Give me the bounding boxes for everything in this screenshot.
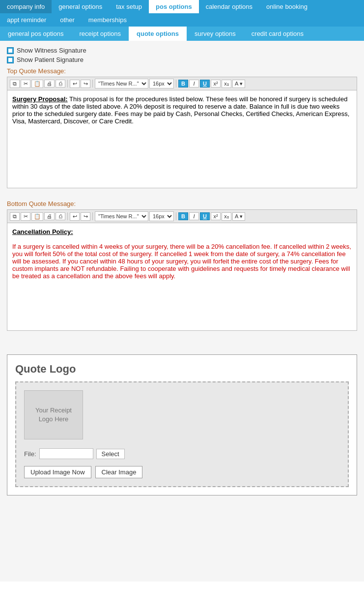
italic-btn-top[interactable]: I: [189, 80, 199, 87]
top-quote-label: Top Quote Message:: [7, 67, 357, 75]
top-nav-row-2: appt reminder other memberships: [0, 13, 364, 27]
nav-item-tax-setup[interactable]: tax setup: [109, 0, 149, 13]
top-quote-content: Surgery Proposal: This proposal is for t…: [12, 95, 352, 125]
logo-upload-area: Your Receipt Logo Here File: Select Uplo…: [15, 381, 349, 487]
quote-logo-title: Quote Logo: [15, 363, 349, 376]
page-wrapper: company info general options tax setup p…: [0, 0, 364, 611]
superscript-btn-bottom[interactable]: x²: [211, 212, 221, 220]
top-quote-toolbar: ⧉ ✂ 📋 🖨 ⎙ ↩ ↪ "Times New R..." 16px B I …: [7, 77, 357, 90]
sub-nav-receipt-options[interactable]: receipt options: [71, 27, 129, 41]
cut-btn[interactable]: ✂: [21, 80, 30, 88]
sub-nav-credit-card-options[interactable]: credit card options: [244, 27, 311, 41]
italic-btn-bottom[interactable]: I: [189, 212, 199, 220]
cut-btn-2[interactable]: ✂: [21, 212, 30, 221]
gap-2: [7, 331, 357, 339]
copy-btn-2[interactable]: ⧉: [10, 212, 20, 221]
fontcolor-btn-top[interactable]: A ▾: [232, 80, 245, 88]
patient-signature-row: Show Patient Signature: [7, 56, 357, 63]
copy-btn[interactable]: ⧉: [10, 80, 20, 88]
gap-1: [7, 188, 357, 196]
upload-image-button[interactable]: Upload Image Now: [24, 466, 91, 478]
nav-item-online-booking[interactable]: online booking: [259, 0, 314, 13]
size-select-top[interactable]: 16px: [149, 79, 174, 88]
clear-image-button[interactable]: Clear Image: [95, 466, 143, 478]
sub-nav: general pos options receipt options quot…: [0, 27, 364, 41]
top-quote-editor[interactable]: Surgery Proposal: This proposal is for t…: [7, 90, 357, 188]
top-quote-bold-title: Surgery Proposal:: [12, 95, 68, 103]
print-btn-2[interactable]: 🖨: [44, 212, 55, 220]
bottom-quote-bold-title: Cancellation Policy:: [12, 228, 73, 235]
sub-nav-survey-options[interactable]: survey options: [187, 27, 244, 41]
bottom-quote-label: Bottom Quote Message:: [7, 200, 357, 207]
print-btn[interactable]: 🖨: [44, 80, 55, 87]
toolbar-divider-5: [92, 212, 93, 220]
undo-btn[interactable]: ↩: [70, 80, 80, 88]
witness-signature-row: Show Witness Signature: [7, 47, 357, 54]
logo-placeholder-text: Your Receipt Logo Here: [28, 406, 79, 424]
fontcolor-btn-bottom[interactable]: A ▾: [232, 212, 245, 221]
undo-btn-2[interactable]: ↩: [70, 212, 80, 221]
action-buttons-row: Upload Image Now Clear Image: [24, 466, 340, 478]
sub-nav-general-pos[interactable]: general pos options: [0, 27, 71, 41]
nav-item-other[interactable]: other: [53, 13, 82, 27]
bold-btn-top[interactable]: B: [178, 80, 188, 87]
bottom-quote-toolbar: ⧉ ✂ 📋 🖨 ⎙ ↩ ↪ "Times New R..." 16px B I …: [7, 209, 357, 223]
file-label: File:: [24, 450, 36, 458]
logo-preview-box: Your Receipt Logo Here: [24, 390, 83, 439]
witness-signature-checkbox[interactable]: [7, 47, 14, 54]
sub-nav-quote-options[interactable]: quote options: [129, 27, 187, 41]
top-nav: company info general options tax setup p…: [0, 0, 364, 27]
toolbar-divider-4: [67, 212, 68, 220]
file-input[interactable]: [39, 448, 93, 459]
superscript-btn-top[interactable]: x²: [211, 80, 221, 87]
toolbar-divider-2: [92, 80, 93, 87]
nav-item-general-options[interactable]: general options: [52, 0, 109, 13]
nav-item-memberships[interactable]: memberships: [82, 13, 134, 27]
content-area: Show Witness Signature Show Patient Sign…: [0, 41, 364, 582]
paste-btn[interactable]: 📋: [31, 80, 43, 88]
toolbar-divider-6: [176, 212, 176, 220]
subscript-btn-bottom[interactable]: x₂: [222, 212, 231, 221]
font-select-top[interactable]: "Times New R...": [95, 79, 148, 88]
redo-btn[interactable]: ↪: [81, 80, 90, 88]
nav-item-company-info[interactable]: company info: [0, 0, 52, 13]
witness-signature-label: Show Witness Signature: [17, 47, 86, 54]
logo-preview-row: Your Receipt Logo Here: [24, 390, 340, 439]
bottom-quote-editor[interactable]: Cancellation Policy: If a surgery is can…: [7, 223, 357, 331]
select-file-button[interactable]: Select: [96, 449, 125, 459]
underline-btn-top[interactable]: U: [200, 80, 210, 87]
toolbar-divider-1: [67, 80, 68, 87]
redo-btn-2[interactable]: ↪: [81, 212, 90, 221]
size-select-bottom[interactable]: 16px: [149, 211, 174, 221]
gap-3: [7, 339, 357, 347]
underline-btn-bottom[interactable]: U: [200, 212, 210, 220]
print2-btn-2[interactable]: ⎙: [56, 212, 65, 220]
file-row: File: Select: [24, 448, 340, 459]
top-nav-row: company info general options tax setup p…: [0, 0, 364, 13]
patient-signature-checkbox[interactable]: [7, 57, 14, 63]
paste-btn-2[interactable]: 📋: [31, 212, 43, 221]
font-select-bottom[interactable]: "Times New R...": [95, 211, 148, 221]
nav-item-calendar-options[interactable]: calendar options: [199, 0, 259, 13]
bottom-quote-body: If a surgery is cancelled within 4 weeks…: [12, 243, 352, 280]
print2-btn[interactable]: ⎙: [56, 80, 65, 87]
bold-btn-bottom[interactable]: B: [178, 212, 188, 220]
toolbar-divider-3: [176, 80, 176, 87]
nav-item-appt-reminder[interactable]: appt reminder: [0, 13, 53, 27]
nav-item-pos-options[interactable]: pos options: [149, 0, 199, 13]
bottom-quote-content: Cancellation Policy:: [12, 228, 352, 235]
patient-signature-label: Show Patient Signature: [17, 56, 84, 63]
subscript-btn-top[interactable]: x₂: [222, 80, 231, 88]
quote-logo-section: Quote Logo Your Receipt Logo Here File: …: [7, 354, 357, 495]
